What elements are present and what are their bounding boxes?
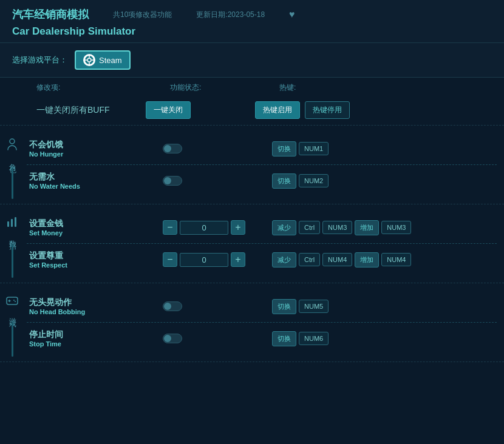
hotkey-left-key-1[interactable]: Ctrl bbox=[299, 253, 320, 266]
mod-control-toggle bbox=[163, 144, 272, 153]
onekey-row: 一键关闭所有BUFF 一键关闭 热键启用 热键停用 bbox=[0, 95, 504, 126]
section-content-character: 不会饥饿 No Hunger 切换NUM1 无需水 No Water Needs bbox=[24, 130, 504, 199]
section-content-data: 设置金钱 Set Money − + 减少CtrlNUM3 增加NUM3 bbox=[24, 209, 504, 278]
hotkey-left-key-2[interactable]: NUM4 bbox=[322, 253, 352, 266]
mod-toggle[interactable] bbox=[163, 334, 182, 343]
mod-name-en: Stop Time bbox=[29, 340, 163, 348]
mod-name-character-1: 无需水 No Water Needs bbox=[29, 172, 163, 190]
svg-rect-9 bbox=[15, 217, 16, 227]
mod-hotkeys: 切换NUM6 bbox=[272, 331, 494, 346]
mod-toggle[interactable] bbox=[163, 144, 182, 153]
mod-control-toggle bbox=[163, 301, 272, 311]
sections-container: 角色 不会饥饿 No Hunger 切换NUM1 无需水 No Water Ne… bbox=[0, 126, 504, 362]
platform-steam-button[interactable]: Steam bbox=[75, 50, 131, 70]
hotkey-label-btn-0[interactable]: 切换 bbox=[272, 299, 296, 314]
svg-point-14 bbox=[15, 301, 16, 302]
mod-name-character-0: 不会饥饿 No Hunger bbox=[29, 140, 163, 158]
mod-row-data-1: 设置尊重 Set Respect − + 减少CtrlNUM4 增加NUM4 bbox=[27, 244, 497, 275]
hotkey-right-label-0[interactable]: 增加 bbox=[355, 220, 379, 235]
mod-name-game-1: 停止时间 Stop Time bbox=[29, 329, 163, 348]
hotkey-left-key-1[interactable]: Ctrl bbox=[299, 221, 320, 234]
hotkey-key-btn-1[interactable]: NUM5 bbox=[299, 300, 329, 313]
mod-name-cn: 无头晃动作 bbox=[29, 297, 163, 308]
hotkey-right-key-1[interactable]: NUM3 bbox=[381, 221, 411, 234]
mod-row-character-0: 不会饥饿 No Hunger 切换NUM1 bbox=[27, 133, 497, 164]
mod-name-data-1: 设置尊重 Set Respect bbox=[29, 251, 163, 269]
section-content-game: 无头晃动作 No Head Bobbing 切换NUM5 停止时间 Stop T… bbox=[24, 288, 504, 357]
svg-rect-7 bbox=[7, 221, 9, 227]
hotkey-label-btn-0[interactable]: 切换 bbox=[272, 331, 296, 346]
col-mod-header: 修改项: bbox=[36, 82, 170, 93]
mod-name-cn: 设置尊重 bbox=[29, 251, 163, 261]
hotkey-key-btn-1[interactable]: NUM2 bbox=[299, 174, 329, 187]
hotkey-enable-button[interactable]: 热键启用 bbox=[255, 101, 300, 119]
col-hotkey-header: 热键: bbox=[279, 82, 492, 93]
svg-point-13 bbox=[13, 300, 15, 301]
section-game: 游戏 无头晃动作 No Head Bobbing 切换NUM5 停止时间 Sto… bbox=[0, 283, 504, 362]
sidebar-icon-data bbox=[7, 217, 18, 230]
mod-name-en: Set Money bbox=[29, 229, 163, 237]
sidebar-label-game: 游戏 bbox=[7, 312, 18, 317]
hotkey-disable-button[interactable]: 热键停用 bbox=[305, 101, 350, 119]
num-input[interactable] bbox=[180, 253, 228, 267]
mod-name-cn: 停止时间 bbox=[29, 329, 163, 340]
sidebar-bar-character bbox=[12, 167, 13, 199]
num-plus-button[interactable]: + bbox=[231, 252, 245, 267]
section-data: 数据 设置金钱 Set Money − + 减少CtrlNUM3 增加NUM3 bbox=[0, 204, 504, 283]
hotkey-right-key-1[interactable]: NUM4 bbox=[381, 253, 411, 266]
mod-name-cn: 设置金钱 bbox=[29, 218, 163, 229]
hotkey-label-btn-0[interactable]: 切换 bbox=[272, 141, 296, 156]
hotkey-key-btn-1[interactable]: NUM6 bbox=[299, 332, 329, 345]
hotkey-right-label-0[interactable]: 增加 bbox=[355, 252, 379, 267]
platform-row: 选择游戏平台： Steam bbox=[0, 43, 504, 78]
mod-name-en: No Hunger bbox=[29, 150, 163, 158]
onekey-close-button[interactable]: 一键关闭 bbox=[146, 101, 191, 119]
onekey-label: 一键关闭所有BUFF bbox=[12, 105, 146, 116]
sidebar-character: 角色 bbox=[0, 130, 24, 199]
mod-toggle[interactable] bbox=[163, 301, 182, 311]
mod-name-en: Set Respect bbox=[29, 261, 163, 269]
mod-name-en: No Water Needs bbox=[29, 183, 163, 190]
app-container: 汽车经销商模拟 共10项修改器功能 更新日期:2023-05-18 ♥ Car … bbox=[0, 0, 504, 444]
header: 汽车经销商模拟 共10项修改器功能 更新日期:2023-05-18 ♥ Car … bbox=[0, 0, 504, 43]
game-title-en: Car Dealership Simulator bbox=[12, 25, 492, 38]
mod-name-game-0: 无头晃动作 No Head Bobbing bbox=[29, 297, 163, 315]
num-control: − + bbox=[163, 220, 245, 235]
platform-btn-label: Steam bbox=[99, 56, 122, 65]
num-control: − + bbox=[163, 252, 245, 267]
sidebar-label-character: 角色 bbox=[7, 158, 18, 163]
favorite-icon[interactable]: ♥ bbox=[289, 9, 295, 20]
mod-hotkeys: 减少CtrlNUM4 增加NUM4 bbox=[272, 252, 494, 267]
sidebar-icon-character bbox=[7, 138, 18, 154]
num-minus-button[interactable]: − bbox=[163, 220, 177, 235]
column-headers: 修改项: 功能状态: 热键: bbox=[0, 78, 504, 95]
hotkey-label-btn-0[interactable]: 切换 bbox=[272, 173, 296, 189]
section-character: 角色 不会饥饿 No Hunger 切换NUM1 无需水 No Water Ne… bbox=[0, 126, 504, 204]
num-plus-button[interactable]: + bbox=[231, 220, 245, 235]
mod-control-toggle bbox=[163, 176, 272, 186]
hotkey-left-label-0[interactable]: 减少 bbox=[272, 220, 296, 235]
mod-control-number: − + bbox=[163, 252, 272, 267]
mod-name-cn: 不会饥饿 bbox=[29, 140, 163, 150]
mod-hotkeys: 切换NUM5 bbox=[272, 299, 494, 314]
hotkey-key-btn-1[interactable]: NUM1 bbox=[299, 142, 329, 155]
sidebar-data: 数据 bbox=[0, 209, 24, 278]
header-meta-count: 共10项修改器功能 bbox=[113, 10, 172, 20]
header-meta-update: 更新日期:2023-05-18 bbox=[196, 10, 265, 20]
hotkey-left-key-2[interactable]: NUM3 bbox=[322, 221, 352, 234]
col-status-header: 功能状态: bbox=[170, 82, 279, 93]
num-minus-button[interactable]: − bbox=[163, 252, 177, 267]
game-title-cn: 汽车经销商模拟 bbox=[12, 7, 89, 22]
sidebar-game: 游戏 bbox=[0, 288, 24, 357]
mod-row-game-0: 无头晃动作 No Head Bobbing 切换NUM5 bbox=[27, 291, 497, 322]
svg-point-6 bbox=[10, 139, 15, 144]
mod-toggle[interactable] bbox=[163, 176, 182, 186]
mod-hotkeys: 减少CtrlNUM3 增加NUM3 bbox=[272, 220, 494, 235]
mod-row-character-1: 无需水 No Water Needs 切换NUM2 bbox=[27, 165, 497, 197]
mod-hotkeys: 切换NUM1 bbox=[272, 141, 494, 156]
hotkey-left-label-0[interactable]: 减少 bbox=[272, 252, 296, 267]
platform-label: 选择游戏平台： bbox=[12, 55, 67, 66]
num-input[interactable] bbox=[180, 221, 228, 235]
svg-rect-8 bbox=[11, 219, 13, 227]
sidebar-bar-game bbox=[12, 321, 13, 357]
